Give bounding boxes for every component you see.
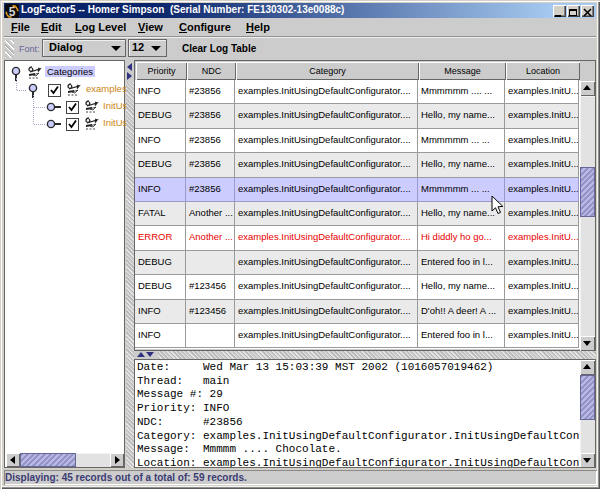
svg-text:5: 5 xyxy=(9,5,16,18)
